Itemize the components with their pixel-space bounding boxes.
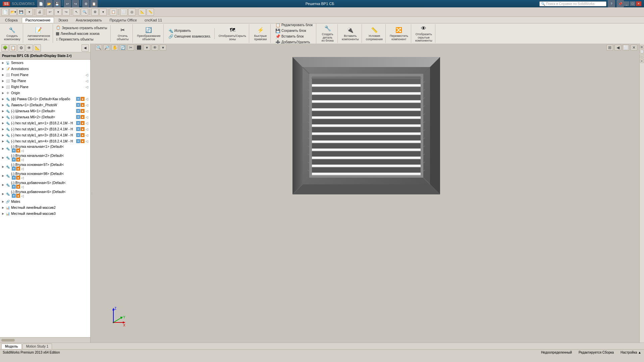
expand-3[interactable]: ▶ [1,79,5,82]
edit-block-btn[interactable]: 📋 Редактировать блок [274,23,314,28]
eye-icon-13[interactable]: 👁 [76,139,80,143]
new-btn[interactable]: 📄 [37,0,45,7]
tree-scrollbar[interactable] [0,337,90,343]
color-icon-19[interactable]: ■ [16,194,20,198]
expand-22[interactable]: ▶ [1,212,5,215]
eye-icon-9[interactable]: 👁 [76,115,80,119]
tree-item-20[interactable]: ▶🔗Mates [0,198,90,204]
save-btn[interactable]: 💾 [53,0,61,7]
arrow-icon-15[interactable]: ◁ [20,158,24,162]
display-hide-btn[interactable]: 🗺 Отобразить/Скрытьзоны [217,25,248,42]
vp-rotate-btn[interactable]: 🔄 [119,45,126,51]
expand-10[interactable]: ▶ [1,121,5,125]
linear-array-btn[interactable]: ▦ Линейный массив эскиза [54,31,108,36]
add-remove-btn[interactable]: ➕ Добавить/Удалить [274,40,314,44]
toolbar-new[interactable]: 📄 [1,8,9,16]
expand-11[interactable]: ▶ [1,127,5,131]
insert-comp-btn[interactable]: 🔌 Вставитькомпоненты [340,25,360,42]
tab-office[interactable]: Продукты Office [106,17,141,23]
move-comp-btn[interactable]: 🔀 Переместитькомпонент [388,25,410,42]
show-hidden-btn[interactable]: 👁 Отобразитьскрытыекомпоненты [414,24,434,44]
toolbar-extra4[interactable]: 📏 [147,8,154,16]
close-btn[interactable]: ✕ [636,1,641,6]
arrow-icon-18[interactable]: ◁ [20,185,24,189]
vp-split-btn[interactable]: ⊞ [606,45,613,51]
vp-zoom-in-btn[interactable]: 🔎 [103,45,110,51]
arrow-icon-19[interactable]: ◁ [20,194,24,198]
eye-icon-14[interactable]: 👁 [12,148,16,153]
create-layout-btn[interactable]: 🔧 Создатькомпоновку [3,25,21,42]
expand-20[interactable]: ▶ [1,200,5,203]
save-block-btn[interactable]: 💾 Сохранить блок [274,28,314,34]
tree-item-5[interactable]: ▶✛Origin [0,90,90,96]
tree-item-3[interactable]: ▶⬜Top Plane ◁ [0,78,90,84]
toolbar-rebuild[interactable]: ⚙ [91,8,99,16]
tree-item-15[interactable]: ▶🔩(-) Втулка начальная<2> (Default< 👁 ■ … [0,153,90,162]
tree-item-10[interactable]: ▶🔩(-) hex nut style1_am<1> (В18.2.4.1M -… [0,120,90,126]
tree-item-13[interactable]: ▶🔩(-) hex nut style1_am<4> (В18.2.4.1M -… [0,138,90,144]
tree-item-11[interactable]: ▶🔩(-) hex nut style1_am<2> (В18.2.4.1M -… [0,126,90,132]
panel-btn-4[interactable]: 👁 [25,44,33,52]
eye-icon-16[interactable]: 👁 [12,167,16,171]
eye-icon-11[interactable]: 👁 [76,127,80,131]
color-icon-11[interactable]: ■ [80,127,85,131]
vp-view-dropdown[interactable]: ▾ [160,45,166,51]
color-icon-8[interactable]: ■ [80,109,85,113]
color-icon-15[interactable]: ■ [16,158,20,162]
tree-item-12[interactable]: ▶🔩(-) hex nut style1_am<3> (В18.2.4.1M -… [0,132,90,138]
vp-pan-btn[interactable]: ✋ [111,45,118,51]
eye-icon-17[interactable]: 👁 [12,176,16,180]
tab-sborka[interactable]: Сборка [1,17,21,23]
toolbar-redo[interactable]: ↪ [62,8,70,16]
panel-btn-5[interactable]: 📐 [34,44,41,52]
toolbar-extra1[interactable]: ⬜ [120,8,127,16]
right-btn-4[interactable]: ✕ [640,59,644,63]
help-btn[interactable]: ? [608,0,615,7]
eye-icon-18[interactable]: 👁 [12,185,16,189]
eye-icon-12[interactable]: 👁 [76,133,80,137]
toolbar-extra2[interactable]: ◎ [128,8,136,16]
right-btn-3[interactable]: □ [640,54,644,58]
tree-item-9[interactable]: ▶🔩(-) Шпилька М6<2> (Default< 👁 ■ ◁ [0,114,90,120]
panel-btn-1[interactable]: 🌳 [1,44,9,52]
panel-btn-3[interactable]: ⚙ [17,44,25,52]
tab-analize[interactable]: Анализировать [72,17,106,23]
tree-item-1[interactable]: ▶📝Annotations [0,66,90,72]
eye-icon-8[interactable]: 👁 [76,109,80,113]
tab-eskiz[interactable]: Эскиз [54,17,71,23]
eye-icon-19[interactable]: 👁 [12,194,16,198]
eye-icon-10[interactable]: 👁 [76,121,80,125]
search-bar[interactable]: 🔍 Поиск в Справке по SolidWorks [539,1,606,6]
plane-arrow-2[interactable]: ◁ [85,73,89,77]
arrow-icon-6[interactable]: ◁ [85,97,89,101]
mirror-btn[interactable]: 🪞 Зеркально отразить объекты [54,25,108,31]
tree-item-7[interactable]: ▶🔩Ламель<1> (Default<_PhotoW 👁 ■ ◁ [0,102,90,108]
tree-item-22[interactable]: ▶📊Местный линейный массив3 [0,210,90,217]
move-objects-btn[interactable]: ↕ Переместить объекты [54,37,108,42]
rebuild-btn[interactable]: ⚙ [82,0,90,7]
mate-btn[interactable]: 📏 Условиясопряжения [365,25,384,42]
status-settings[interactable]: Настройка ▲ [621,351,641,354]
eye-icon-15[interactable]: 👁 [12,158,16,162]
eye-icon-7[interactable]: 👁 [76,103,80,107]
expand-17[interactable]: ▶ [1,174,5,178]
vp-zoom-fit-btn[interactable]: 🔍 [95,45,102,51]
arrow-icon-13[interactable]: ◁ [85,139,89,143]
connect-btn[interactable]: 🔗 Смещение взаимосвяз. [167,34,212,39]
color-icon-7[interactable]: ■ [80,103,85,107]
toolbar-save-dropdown[interactable]: ▾ [25,8,33,16]
tree-item-21[interactable]: ▶📊Местный линейный массив2 [0,204,90,210]
insert-block-btn[interactable]: 📌 Вставить блок [274,34,314,39]
color-icon-9[interactable]: ■ [80,115,85,119]
toolbar-undo[interactable]: ↩ [46,8,54,16]
expand-0[interactable]: ▶ [1,61,5,64]
arrow-icon-9[interactable]: ◁ [85,115,89,119]
pin-btn[interactable]: 📌 [616,0,624,7]
undo-btn[interactable]: ↩ [64,0,71,7]
arrow-icon-8[interactable]: ◁ [85,109,89,113]
arrow-icon-16[interactable]: ◁ [20,167,24,171]
expand-8[interactable]: ▶ [1,109,5,113]
vp-display-dropdown[interactable]: ▾ [144,45,150,51]
color-icon-10[interactable]: ■ [80,121,85,125]
toolbar-rebuild-dropdown[interactable]: ▾ [99,8,107,16]
